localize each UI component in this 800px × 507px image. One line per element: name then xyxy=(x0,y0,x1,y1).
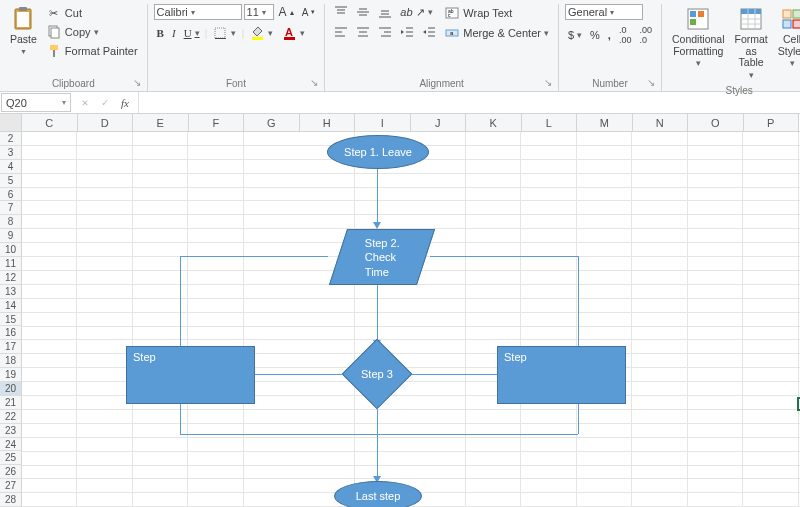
row-header[interactable]: 11 xyxy=(0,257,22,271)
conditional-formatting-button[interactable]: Conditional Formatting▾ xyxy=(668,4,729,71)
row-header[interactable]: 10 xyxy=(0,243,22,257)
align-bottom-button[interactable] xyxy=(375,4,395,20)
row-header[interactable]: 17 xyxy=(0,340,22,354)
decrease-indent-button[interactable] xyxy=(397,24,417,40)
borders-button[interactable]: ▾ xyxy=(209,24,239,42)
svg-rect-51 xyxy=(783,10,791,18)
flowchart-terminator-end[interactable]: Last step xyxy=(334,481,422,507)
column-header[interactable]: E xyxy=(133,114,189,131)
column-header[interactable]: K xyxy=(466,114,522,131)
row-header[interactable]: 27 xyxy=(0,479,22,493)
name-box[interactable]: Q20▾ xyxy=(1,93,71,112)
row-headers: 2345678910111213141516171819202122232425… xyxy=(0,132,22,507)
column-header[interactable]: F xyxy=(189,114,245,131)
paintbrush-icon xyxy=(46,43,62,59)
row-header[interactable]: 23 xyxy=(0,424,22,438)
svg-rect-54 xyxy=(793,20,800,28)
number-format-select[interactable]: General▾ xyxy=(565,4,643,20)
row-header[interactable]: 20 xyxy=(0,382,22,396)
align-center-button[interactable] xyxy=(353,24,373,40)
group-label-clipboard: Clipboard xyxy=(52,78,95,89)
connector xyxy=(578,256,579,346)
cut-button[interactable]: ✂ Cut xyxy=(43,4,141,22)
underline-button[interactable]: U▾ xyxy=(181,26,203,40)
column-header[interactable]: J xyxy=(411,114,467,131)
orientation-button[interactable]: ab↗▾ xyxy=(397,5,435,20)
row-header[interactable]: 9 xyxy=(0,229,22,243)
row-header[interactable]: 2 xyxy=(0,132,22,146)
row-header[interactable]: 3 xyxy=(0,146,22,160)
column-header[interactable]: N xyxy=(633,114,689,131)
format-as-table-button[interactable]: Format as Table▾ xyxy=(731,4,772,83)
italic-button[interactable]: I xyxy=(169,26,179,40)
column-header[interactable]: L xyxy=(522,114,578,131)
insert-function-button[interactable]: fx xyxy=(118,97,132,109)
cell-grid[interactable]: Step 1. Leave Step 2. Check Time Step xyxy=(22,132,800,507)
row-header[interactable]: 8 xyxy=(0,215,22,229)
row-header[interactable]: 16 xyxy=(0,326,22,340)
flowchart-decision[interactable]: Step 3 xyxy=(342,339,413,410)
row-header[interactable]: 19 xyxy=(0,368,22,382)
decrease-font-button[interactable]: A▾ xyxy=(299,6,319,19)
connector xyxy=(255,374,343,375)
increase-decimal-button[interactable]: .0.00 xyxy=(616,24,635,46)
row-header[interactable]: 28 xyxy=(0,493,22,507)
cancel-formula-button[interactable]: ✕ xyxy=(78,96,92,109)
row-header[interactable]: 6 xyxy=(0,188,22,202)
align-top-button[interactable] xyxy=(331,4,351,20)
row-header[interactable]: 7 xyxy=(0,201,22,215)
column-header[interactable]: I xyxy=(355,114,411,131)
dialog-launcher-icon[interactable]: ↘ xyxy=(310,77,318,88)
align-middle-button[interactable] xyxy=(353,4,373,20)
row-header[interactable]: 24 xyxy=(0,438,22,452)
row-header[interactable]: 21 xyxy=(0,396,22,410)
select-all-button[interactable] xyxy=(0,114,22,131)
column-header[interactable]: P xyxy=(744,114,800,131)
comma-format-button[interactable]: , xyxy=(605,28,614,42)
column-header[interactable]: O xyxy=(688,114,744,131)
column-header[interactable]: G xyxy=(244,114,300,131)
merge-center-button[interactable]: a Merge & Center ▾ xyxy=(441,24,552,42)
column-header[interactable]: C xyxy=(22,114,78,131)
format-painter-button[interactable]: Format Painter xyxy=(43,42,141,60)
fill-color-button[interactable]: ▾ xyxy=(246,24,276,42)
row-header[interactable]: 5 xyxy=(0,174,22,188)
decrease-decimal-button[interactable]: .00.0 xyxy=(636,24,655,46)
column-header[interactable]: M xyxy=(577,114,633,131)
accounting-format-button[interactable]: $▾ xyxy=(565,28,585,42)
row-header[interactable]: 12 xyxy=(0,271,22,285)
row-header[interactable]: 4 xyxy=(0,160,22,174)
cell-styles-button[interactable]: Cell Styles▾ xyxy=(774,4,800,71)
wrap-text-button[interactable]: abc Wrap Text xyxy=(441,4,552,22)
row-header[interactable]: 26 xyxy=(0,465,22,479)
column-header[interactable]: D xyxy=(78,114,134,131)
copy-button[interactable]: Copy ▾ xyxy=(43,23,141,41)
row-header[interactable]: 15 xyxy=(0,313,22,327)
row-header[interactable]: 18 xyxy=(0,354,22,368)
font-size-select[interactable]: 11▾ xyxy=(244,4,274,20)
column-header[interactable]: H xyxy=(300,114,356,131)
increase-indent-button[interactable] xyxy=(419,24,439,40)
row-header[interactable]: 14 xyxy=(0,299,22,313)
increase-font-button[interactable]: A▴ xyxy=(276,4,297,20)
enter-formula-button[interactable]: ✓ xyxy=(98,96,112,109)
flowchart-process-right[interactable]: Step xyxy=(497,346,626,404)
conditional-formatting-icon xyxy=(685,6,711,32)
row-header[interactable]: 25 xyxy=(0,451,22,465)
flowchart-io[interactable]: Step 2. Check Time xyxy=(329,229,435,285)
group-clipboard: Paste ▼ ✂ Cut Copy ▾ Format Painter xyxy=(0,4,148,91)
percent-format-button[interactable]: % xyxy=(587,28,603,42)
dialog-launcher-icon[interactable]: ↘ xyxy=(647,77,655,88)
flowchart-process-left[interactable]: Step xyxy=(126,346,255,404)
font-color-button[interactable]: A▾ xyxy=(278,24,308,42)
row-header[interactable]: 13 xyxy=(0,285,22,299)
bold-button[interactable]: B xyxy=(154,26,167,40)
flowchart-terminator-start[interactable]: Step 1. Leave xyxy=(327,135,429,169)
dialog-launcher-icon[interactable]: ↘ xyxy=(133,77,141,88)
align-left-button[interactable] xyxy=(331,24,351,40)
font-name-select[interactable]: Calibri▾ xyxy=(154,4,242,20)
dialog-launcher-icon[interactable]: ↘ xyxy=(544,77,552,88)
row-header[interactable]: 22 xyxy=(0,410,22,424)
align-right-button[interactable] xyxy=(375,24,395,40)
paste-button[interactable]: Paste ▼ xyxy=(6,4,41,57)
